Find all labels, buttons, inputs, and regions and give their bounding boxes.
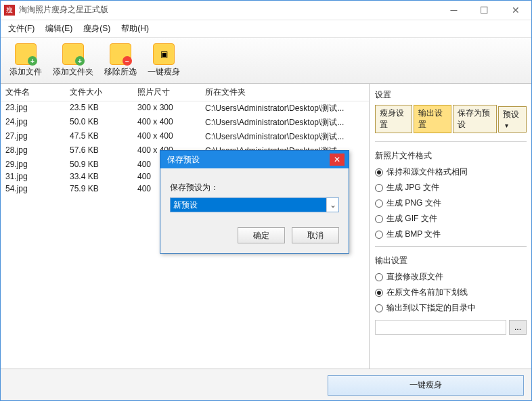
- cell-dim: 400 x 400: [132, 130, 200, 144]
- cell-name: 31.jpg: [0, 170, 64, 183]
- cell-size: 33.4 KB: [64, 170, 132, 183]
- radio-icon: [375, 289, 383, 297]
- tab-preset-dropdown[interactable]: 预设: [498, 106, 527, 133]
- cell-name: 24.jpg: [0, 116, 64, 130]
- radio-icon: [375, 199, 383, 208]
- app-icon: 瘦: [4, 5, 15, 16]
- window-title: 淘淘照片瘦身之星正式版: [19, 4, 439, 16]
- image-icon: ▣: [153, 43, 175, 65]
- cell-dim: 400 x 400: [132, 116, 200, 130]
- add-folder-button[interactable]: + 添加文件夹: [49, 41, 97, 80]
- cell-folder: C:\Users\Administrator\Desktop\测试...: [200, 101, 369, 116]
- close-button[interactable]: ✕: [500, 0, 532, 20]
- titlebar: 瘦 淘淘照片瘦身之星正式版 ─ ☐ ✕: [0, 0, 532, 20]
- footer: 一键瘦身: [0, 369, 532, 401]
- radio-icon: [375, 184, 383, 192]
- col-name[interactable]: 文件名: [0, 84, 64, 101]
- dialog-label: 保存预设为：: [170, 182, 339, 193]
- radio-output-prefix[interactable]: 在原文件名前加下划线: [375, 285, 527, 300]
- radio-format-gif[interactable]: 生成 GIF 文件: [375, 211, 527, 227]
- radio-icon: [375, 231, 383, 239]
- radio-icon: [375, 273, 383, 281]
- toolbar: + 添加文件 + 添加文件夹 − 移除所选 ▣ 一键瘦身: [0, 38, 532, 84]
- list-header: 文件名 文件大小 照片尺寸 所在文件夹: [0, 84, 369, 101]
- chevron-down-icon[interactable]: ⌄: [326, 198, 338, 212]
- folder-add-multi-icon: +: [62, 43, 84, 65]
- cell-size: 23.5 KB: [64, 101, 132, 116]
- cell-size: 47.5 KB: [64, 130, 132, 144]
- tab-output-settings[interactable]: 输出设置: [414, 105, 451, 133]
- preset-name-value[interactable]: 新预设: [171, 198, 326, 212]
- menu-file[interactable]: 文件(F): [3, 21, 40, 37]
- preset-name-combo[interactable]: 新预设 ⌄: [170, 197, 339, 212]
- output-group-title: 输出设置: [375, 255, 527, 266]
- radio-output-overwrite[interactable]: 直接修改原文件: [375, 269, 527, 285]
- maximize-button[interactable]: ☐: [469, 0, 500, 20]
- remove-selected-button[interactable]: − 移除所选: [100, 41, 141, 80]
- table-row[interactable]: 24.jpg50.0 KB400 x 400C:\Users\Administr…: [0, 116, 369, 130]
- dialog-close-button[interactable]: ✕: [330, 154, 345, 166]
- menu-slim[interactable]: 瘦身(S): [78, 21, 116, 37]
- cell-name: 27.jpg: [0, 130, 64, 144]
- table-row[interactable]: 27.jpg47.5 KB400 x 400C:\Users\Administr…: [0, 130, 369, 144]
- col-folder[interactable]: 所在文件夹: [200, 84, 369, 101]
- cell-size: 50.0 KB: [64, 116, 132, 130]
- radio-format-same[interactable]: 保持和源文件格式相同: [375, 164, 527, 180]
- menu-edit[interactable]: 编辑(E): [40, 21, 78, 37]
- col-dim[interactable]: 照片尺寸: [132, 84, 200, 101]
- cell-size: 50.9 KB: [64, 158, 132, 170]
- cell-name: 23.jpg: [0, 101, 64, 116]
- settings-panel: 设置 瘦身设置 输出设置 保存为预设 预设 新照片文件格式 保持和源文件格式相同…: [370, 84, 532, 401]
- dialog-title: 保存预设: [167, 154, 200, 166]
- radio-format-jpg[interactable]: 生成 JPG 文件: [375, 180, 527, 195]
- browse-button[interactable]: ...: [509, 320, 527, 335]
- folder-add-icon: +: [15, 43, 37, 65]
- cell-size: 75.9 KB: [64, 183, 132, 195]
- cancel-button[interactable]: 取消: [292, 227, 339, 243]
- save-preset-dialog: 保存预设 ✕ 保存预设为： 新预设 ⌄ 确定 取消: [160, 150, 349, 254]
- folder-remove-icon: −: [110, 43, 131, 65]
- format-group-title: 新照片文件格式: [375, 150, 527, 162]
- output-dir-input[interactable]: [375, 320, 506, 335]
- minimize-button[interactable]: ─: [439, 0, 469, 20]
- radio-output-dir[interactable]: 输出到以下指定的目录中: [375, 300, 527, 316]
- add-file-button[interactable]: + 添加文件: [5, 41, 46, 80]
- cell-folder: C:\Users\Administrator\Desktop\测试...: [200, 116, 369, 130]
- cell-size: 57.6 KB: [64, 144, 132, 158]
- radio-icon: [375, 215, 383, 223]
- cell-name: 29.jpg: [0, 158, 64, 170]
- cell-dim: 300 x 300: [132, 101, 200, 116]
- menu-help[interactable]: 帮助(H): [116, 21, 154, 37]
- radio-icon: [375, 168, 383, 176]
- radio-format-png[interactable]: 生成 PNG 文件: [375, 195, 527, 211]
- one-key-button[interactable]: ▣ 一键瘦身: [143, 41, 184, 80]
- radio-format-bmp[interactable]: 生成 BMP 文件: [375, 227, 527, 242]
- tab-slim-settings[interactable]: 瘦身设置: [375, 105, 412, 133]
- ok-button[interactable]: 确定: [238, 227, 285, 243]
- menubar: 文件(F) 编辑(E) 瘦身(S) 帮助(H): [0, 20, 532, 38]
- tab-save-preset[interactable]: 保存为预设: [453, 105, 497, 133]
- one-key-action-button[interactable]: 一键瘦身: [328, 375, 524, 396]
- radio-icon: [375, 304, 383, 312]
- cell-name: 28.jpg: [0, 144, 64, 158]
- cell-folder: C:\Users\Administrator\Desktop\测试...: [200, 130, 369, 144]
- table-row[interactable]: 23.jpg23.5 KB300 x 300C:\Users\Administr…: [0, 101, 369, 116]
- cell-name: 54.jpg: [0, 183, 64, 195]
- col-size[interactable]: 文件大小: [64, 84, 132, 101]
- settings-title: 设置: [375, 87, 527, 103]
